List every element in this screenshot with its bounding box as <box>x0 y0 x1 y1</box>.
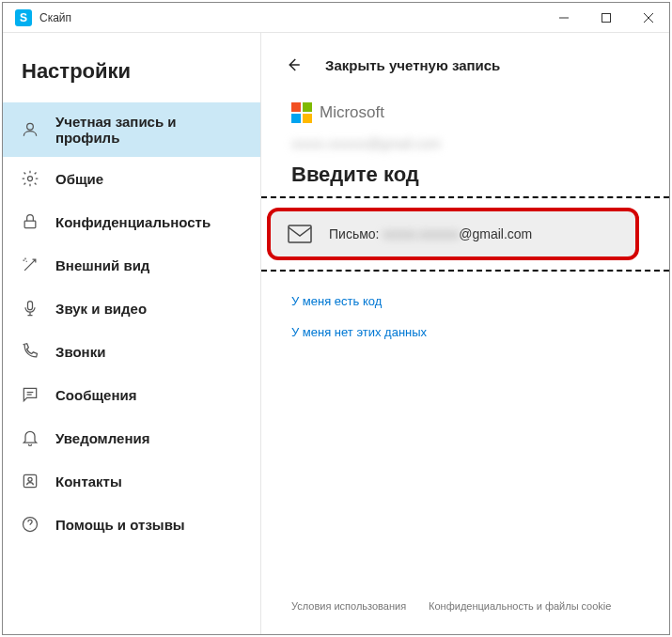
enter-code-heading: Введите код <box>291 163 639 187</box>
close-button[interactable] <box>627 3 669 33</box>
gear-icon <box>20 168 40 189</box>
verification-links: У меня есть код У меня нет этих данных <box>291 272 639 339</box>
svg-rect-1 <box>602 13 610 22</box>
minimize-button[interactable] <box>542 3 585 33</box>
sidebar-item-label: Звонки <box>55 344 105 360</box>
sidebar-item-account[interactable]: Учетная запись и профиль <box>3 102 260 157</box>
svg-point-5 <box>28 177 33 181</box>
privacy-link[interactable]: Конфиденциальность и файлы cookie <box>429 600 611 612</box>
sidebar-item-notifications[interactable]: Уведомления <box>3 416 260 459</box>
have-code-link[interactable]: У меня есть код <box>291 294 639 308</box>
content-area: Microsoft xxxxx.xxxxxx@gmail.com Введите… <box>261 91 669 600</box>
microsoft-brand-text: Microsoft <box>320 103 384 122</box>
contacts-icon <box>20 471 40 491</box>
back-button[interactable] <box>282 54 305 76</box>
no-data-link[interactable]: У меня нет этих данных <box>291 325 639 339</box>
sidebar-item-audio-video[interactable]: Звук и видео <box>3 287 260 330</box>
bell-icon <box>20 427 40 448</box>
svg-rect-13 <box>289 225 311 242</box>
lock-icon <box>20 211 40 232</box>
chat-icon <box>20 384 40 405</box>
sidebar-item-general[interactable]: Общие <box>3 157 260 200</box>
settings-sidebar: Настройки Учетная запись и профиль Общие… <box>3 33 261 634</box>
svg-rect-6 <box>24 221 36 228</box>
sidebar-item-help[interactable]: Помощь и отзывы <box>3 503 260 546</box>
svg-point-4 <box>27 123 34 130</box>
highlight-region: Письмо: xxxxx.xxxxxx@gmail.com <box>261 196 669 272</box>
footer: Условия использования Конфиденциальность… <box>261 600 669 634</box>
sidebar-title: Настройки <box>3 50 260 102</box>
microsoft-logo: Microsoft <box>291 102 639 123</box>
help-icon <box>20 514 40 535</box>
main-panel: Закрыть учетную запись Microsoft xxxxx.x… <box>261 33 669 634</box>
sidebar-item-label: Контакты <box>55 474 122 489</box>
sidebar-item-privacy[interactable]: Конфиденциальность <box>3 200 260 243</box>
svg-rect-7 <box>28 302 33 310</box>
account-email: xxxxx.xxxxxx@gmail.com <box>291 136 639 151</box>
microphone-icon <box>20 298 40 318</box>
app-body: Настройки Учетная запись и профиль Общие… <box>3 33 669 634</box>
account-icon <box>20 119 40 140</box>
maximize-button[interactable] <box>585 3 627 33</box>
terms-link[interactable]: Условия использования <box>291 600 406 612</box>
microsoft-grid-icon <box>291 102 312 123</box>
page-title: Закрыть учетную запись <box>325 57 500 73</box>
sidebar-item-label: Звук и видео <box>55 301 147 317</box>
skype-icon: S <box>15 9 32 26</box>
sidebar-item-label: Уведомления <box>55 430 149 446</box>
sidebar-item-label: Помощь и отзывы <box>55 517 185 533</box>
sidebar-item-label: Конфиденциальность <box>55 214 211 230</box>
email-verification-option[interactable]: Письмо: xxxxx.xxxxxx@gmail.com <box>267 208 639 260</box>
sidebar-item-messaging[interactable]: Сообщения <box>3 373 260 416</box>
sidebar-item-label: Сообщения <box>55 387 136 403</box>
email-option-text: Письмо: xxxxx.xxxxxx@gmail.com <box>329 226 532 241</box>
app-window: S Скайп Настройки Учетная запись и профи… <box>2 2 670 635</box>
window-controls <box>542 3 669 33</box>
wand-icon <box>20 255 40 275</box>
sidebar-item-calling[interactable]: Звонки <box>3 330 260 373</box>
sidebar-item-label: Общие <box>55 171 103 187</box>
sidebar-item-appearance[interactable]: Внешний вид <box>3 243 260 287</box>
main-header: Закрыть учетную запись <box>261 50 669 91</box>
app-title: Скайп <box>39 11 542 24</box>
titlebar: S Скайп <box>3 3 669 33</box>
mail-icon <box>288 225 312 243</box>
sidebar-item-label: Внешний вид <box>55 257 149 273</box>
phone-icon <box>20 341 40 362</box>
sidebar-item-contacts[interactable]: Контакты <box>3 459 260 503</box>
svg-point-11 <box>28 477 32 481</box>
sidebar-item-label: Учетная запись и профиль <box>55 114 243 146</box>
